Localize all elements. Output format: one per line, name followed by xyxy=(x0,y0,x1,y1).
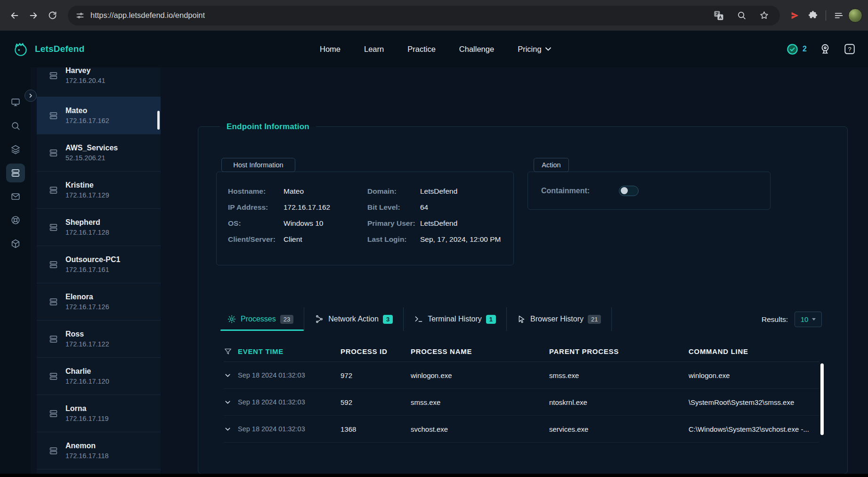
nav-item-pricing[interactable]: Pricing xyxy=(518,45,551,54)
table-row: Sep 18 2024 01:32:03 592 smss.exe ntoskr… xyxy=(224,389,819,416)
tab-network-action[interactable]: Network Action 3 xyxy=(304,307,404,331)
letsdefend-logo-icon xyxy=(12,41,29,58)
results-per-page-select[interactable]: 10 xyxy=(795,312,822,327)
host-information-label: Host Information xyxy=(221,158,295,172)
row-expand-chevron[interactable] xyxy=(224,371,238,379)
back-icon xyxy=(9,10,20,21)
endpoint-list-item[interactable]: Shepherd 172.16.17.128 xyxy=(37,209,161,246)
chevron-down-icon xyxy=(812,318,816,321)
cell-parent-process: ntoskrnl.exe xyxy=(549,398,689,406)
bookmark-button[interactable] xyxy=(755,7,772,24)
brand-name: LetsDefend xyxy=(35,44,84,54)
webcam-button[interactable] xyxy=(819,43,831,55)
rail-item-monitor[interactable] xyxy=(6,93,25,112)
toggle-knob xyxy=(621,187,628,194)
endpoint-icon xyxy=(49,71,58,81)
endpoint-ip: 172.16.17.119 xyxy=(65,415,109,422)
search-icon xyxy=(10,121,21,131)
endpoint-list-item[interactable]: Anemon 172.16.17.118 xyxy=(37,432,161,469)
browser-toolbar: https://app.letsdefend.io/endpoint xyxy=(0,0,868,31)
url-text[interactable]: https://app.letsdefend.io/endpoint xyxy=(90,11,205,20)
browser-profile-avatar[interactable] xyxy=(848,8,862,23)
red-extension-button[interactable] xyxy=(787,7,803,24)
cell-process-id: 592 xyxy=(341,398,411,406)
field-value: Windows 10 xyxy=(284,219,367,228)
tab-label: Processes xyxy=(241,315,276,323)
url-bar[interactable]: https://app.letsdefend.io/endpoint xyxy=(68,6,780,25)
endpoint-icon xyxy=(49,334,58,344)
points-indicator[interactable]: 2 xyxy=(786,43,807,56)
endpoint-icon xyxy=(49,446,58,456)
help-button[interactable]: ? xyxy=(844,43,856,55)
cell-process-id: 972 xyxy=(341,371,411,379)
cell-event-time: Sep 18 2024 01:32:03 xyxy=(238,371,341,379)
field-value: 172.16.17.162 xyxy=(284,203,367,212)
column-header-event-time[interactable]: EVENT TIME xyxy=(238,347,341,355)
nav-label: Learn xyxy=(364,45,384,54)
row-expand-chevron[interactable] xyxy=(224,398,238,406)
browser-forward-button[interactable] xyxy=(24,7,42,25)
nav-item-practice[interactable]: Practice xyxy=(407,45,436,54)
rail-item-search[interactable] xyxy=(6,116,25,135)
row-expand-chevron[interactable] xyxy=(224,425,238,433)
nav-item-challenge[interactable]: Challenge xyxy=(459,45,494,54)
browser-back-button[interactable] xyxy=(6,7,24,25)
endpoint-list-item[interactable]: Harvey 172.16.20.41 xyxy=(37,67,161,97)
action-box: Containment: xyxy=(527,172,771,210)
browser-reload-button[interactable] xyxy=(43,7,61,25)
nav-label: Challenge xyxy=(459,45,494,54)
endpoint-icon xyxy=(49,297,58,307)
containment-toggle[interactable] xyxy=(619,186,639,196)
field-value: LetsDefend xyxy=(420,187,513,196)
nav-item-home[interactable]: Home xyxy=(320,45,341,54)
endpoint-list-item-selected[interactable]: Mateo 172.16.17.162 xyxy=(37,97,161,134)
nav-item-learn[interactable]: Learn xyxy=(364,45,384,54)
detail-tabs: Processes 23 Network Action 3 Terminal H… xyxy=(220,307,612,331)
endpoint-list-item[interactable]: Outsource-PC1 172.16.17.161 xyxy=(37,246,161,283)
table-row: Sep 18 2024 01:32:03 972 winlogon.exe sm… xyxy=(224,362,819,389)
cell-parent-process: services.exe xyxy=(549,425,689,433)
svg-text:?: ? xyxy=(848,46,851,53)
navbar-right: 2 ? xyxy=(786,43,856,56)
endpoint-information-card: Endpoint Information Host Information Ho… xyxy=(198,126,848,474)
endpoint-list-item[interactable]: AWS_Services 52.15.206.21 xyxy=(37,134,161,172)
toolbar-divider xyxy=(826,10,826,21)
endpoint-list-item[interactable]: Charlie 172.16.17.120 xyxy=(37,358,161,395)
table-header-row: EVENT TIME PROCESS ID PROCESS NAME PAREN… xyxy=(224,341,819,362)
tab-processes[interactable]: Processes 23 xyxy=(220,307,304,331)
endpoint-list-item[interactable]: Kristine 172.16.17.129 xyxy=(37,172,161,209)
site-settings-icon[interactable] xyxy=(75,11,85,20)
field-label: IP Address: xyxy=(228,203,284,212)
endpoint-list-item[interactable]: Ross 172.16.17.122 xyxy=(37,321,161,358)
reading-list-icon xyxy=(834,10,844,21)
column-header-process-name: PROCESS NAME xyxy=(411,347,549,355)
translate-button[interactable] xyxy=(710,7,727,24)
endpoint-ip: 172.16.17.129 xyxy=(65,191,109,199)
endpoint-ip: 172.16.17.120 xyxy=(65,378,109,385)
tab-terminal-history[interactable]: Terminal History 1 xyxy=(404,307,507,331)
bottom-strip xyxy=(0,474,868,477)
endpoint-ip: 172.16.17.122 xyxy=(65,340,109,348)
field-value: LetsDefend xyxy=(420,219,513,228)
reading-list-button[interactable] xyxy=(830,7,847,24)
rail-item-endpoints[interactable] xyxy=(6,164,25,182)
filter-funnel-icon[interactable] xyxy=(224,347,238,356)
endpoint-list-scrollbar[interactable] xyxy=(157,111,160,130)
zoom-button[interactable] xyxy=(733,7,750,24)
tab-label: Browser History xyxy=(530,315,584,323)
endpoint-list-item[interactable]: Elenora 172.16.17.126 xyxy=(37,283,161,321)
rail-item-support[interactable] xyxy=(6,211,25,230)
rail-item-layers[interactable] xyxy=(6,140,25,159)
extensions-button[interactable] xyxy=(804,7,821,24)
expand-sidebar-button[interactable] xyxy=(24,90,37,102)
table-scrollbar[interactable] xyxy=(820,363,824,435)
endpoint-name: Kristine xyxy=(65,181,109,189)
tab-browser-history[interactable]: Browser History 21 xyxy=(507,307,612,331)
endpoint-list-item[interactable]: Lorna 172.16.17.119 xyxy=(37,395,161,432)
endpoint-name: Shepherd xyxy=(65,218,109,227)
rail-item-package[interactable] xyxy=(6,234,25,253)
brand-logo[interactable]: LetsDefend xyxy=(12,41,84,58)
gear-icon xyxy=(227,314,236,324)
cell-command-line: \SystemRoot\System32\smss.exe xyxy=(689,398,819,406)
rail-item-mail[interactable] xyxy=(6,187,25,206)
